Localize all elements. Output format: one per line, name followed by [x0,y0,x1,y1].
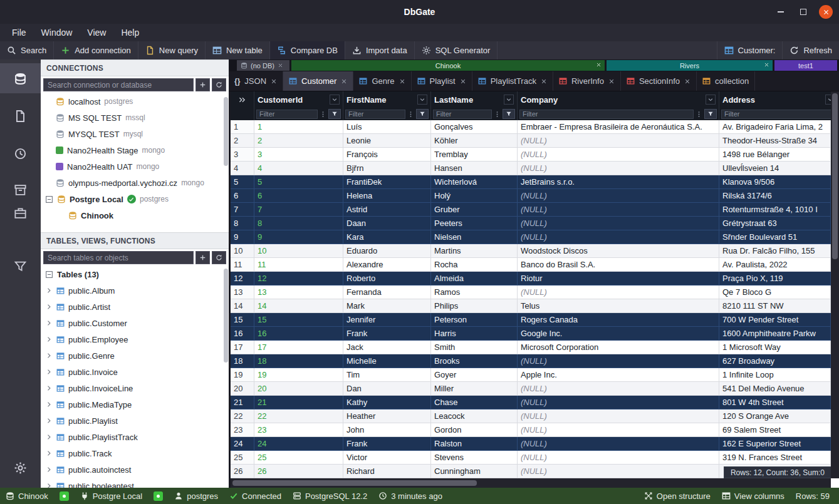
grid-cell[interactable]: 1 Infinite Loop [719,368,831,382]
column-header-firstname[interactable]: FirstName [343,91,431,108]
tab-sectioninfo[interactable]: SectionInfo [621,71,697,91]
maximize-button[interactable] [796,5,810,19]
grid-cell[interactable]: 8210 111 ST NW [719,299,831,313]
connection-nano2health-uat[interactable]: Nano2Health UATmongo [41,158,229,175]
column-menu-button[interactable] [417,95,427,105]
grid-cell[interactable]: (NULL) [518,409,719,423]
grid-cell[interactable]: Rua Dr. Falcão Filho, 155 [719,244,831,258]
toolbar-refresh-button[interactable]: Refresh [782,41,839,59]
connection-ms-sql-test[interactable]: MS SQL TESTmssql [41,110,229,126]
rail-item-applications[interactable] [0,198,41,228]
expand-chevron-icon[interactable] [45,352,53,359]
grid-cell[interactable]: (NULL) [518,285,719,299]
grid-cell[interactable]: (NULL) [518,203,719,217]
column-menu-button[interactable] [330,95,340,105]
filter-menu-icon[interactable] [696,111,702,118]
column-menu-button[interactable] [706,95,716,105]
toolbar-add-connection-button[interactable]: Add connection [54,41,138,59]
row-number-cell[interactable]: 14 [231,299,254,313]
grid-cell[interactable]: 3 [254,148,343,162]
tab-group-close-icon[interactable] [278,63,283,68]
tab-riverinfo[interactable]: RiverInfo [553,71,621,91]
grid-cell[interactable]: 24 [254,437,343,451]
grid-cell[interactable]: Harris [431,327,518,341]
grid-cell[interactable]: 11 [254,258,343,272]
row-number-cell[interactable]: 4 [231,162,254,175]
expand-chevron-icon[interactable] [45,319,53,327]
tab-playlisttrack[interactable]: PlaylistTrack [472,71,553,91]
filter-input-customerid[interactable] [256,110,318,119]
filter-input-firstname[interactable] [345,110,405,119]
table-public-album[interactable]: public.Album [41,282,229,299]
grid-cell[interactable]: Goyer [431,368,518,382]
column-header-address[interactable]: Address [719,91,839,108]
grid-cell[interactable]: 700 W Pender Street [719,313,831,327]
scrollbar-thumb[interactable] [832,93,838,259]
connection-chinook[interactable]: Chinook [41,207,229,224]
row-number-cell[interactable]: 8 [231,217,254,230]
grid-cell[interactable]: (NULL) [518,451,719,465]
expand-chevron-icon[interactable] [45,336,53,343]
grid-cell[interactable]: (NULL) [518,230,719,244]
row-number-cell[interactable]: 2 [231,134,254,148]
row-number-cell[interactable]: 5 [231,175,254,189]
grid-cell[interactable]: Frank [343,437,431,451]
grid-vertical-scrollbar[interactable] [831,91,839,478]
grid-cell[interactable]: 801 W 4th Street [719,396,831,409]
row-number-cell[interactable]: 12 [231,272,254,285]
column-header-customerid[interactable]: CustomerId [254,91,343,108]
grid-cell[interactable]: Banco do Brasil S.A. [518,258,719,272]
grid-cell[interactable]: Heather [343,409,431,423]
tables-scrollbar[interactable] [224,269,228,363]
grid-cell[interactable]: Martins [431,244,518,258]
grid-cell[interactable]: Tim [343,368,431,382]
tab-group-no-db[interactable]: (no DB) [237,60,289,71]
expand-chevron-icon[interactable] [45,368,53,376]
close-button[interactable] [819,5,833,19]
grid-cell[interactable]: Gruber [431,203,518,217]
row-number-cell[interactable]: 21 [231,396,254,409]
connections-search-input[interactable] [43,78,194,91]
grid-cell[interactable]: John [343,423,431,437]
grid-cell[interactable]: Mark [343,299,431,313]
minimize-button[interactable] [774,5,788,19]
collapse-expander-icon[interactable] [45,270,53,279]
grid-cell[interactable]: Jack [343,341,431,354]
toolbar-import-data-button[interactable]: Import data [345,41,415,59]
grid-horizontal-scrollbar[interactable] [231,478,831,488]
row-number-cell[interactable]: 3 [231,148,254,162]
table-public-booleantest[interactable]: public.booleantest [41,478,229,488]
grid-cell[interactable]: Philips [431,299,518,313]
grid-cell[interactable]: Theodor-Heuss-Straße 34 [719,134,831,148]
grid-cell[interactable]: Smith [431,341,518,354]
connection-mysql-test[interactable]: MYSQL TESTmysql [41,126,229,142]
tables-refresh-button[interactable] [212,251,226,264]
tab-genre[interactable]: Genre [353,71,411,91]
tab-close-icon[interactable] [541,78,547,85]
grid-cell[interactable]: Rocha [431,258,518,272]
grid-cell[interactable]: Qe 7 Bloco G [719,285,831,299]
grid-cell[interactable]: Dan [343,382,431,396]
expand-chevron-icon[interactable] [45,303,53,311]
expand-chevron-icon[interactable] [45,466,53,473]
grid-cell[interactable]: 15 [254,313,343,327]
grid-cell[interactable]: Frank [343,327,431,341]
grid-cell[interactable]: (NULL) [518,134,719,148]
menu-file[interactable]: File [5,26,33,39]
rail-item-files[interactable] [0,101,41,131]
grid-cell[interactable]: Embraer - Empresa Brasileira de Aeronáut… [518,120,719,134]
table-public-invoiceline[interactable]: public.InvoiceLine [41,380,229,396]
connection-localhost[interactable]: localhostpostgres [41,93,229,110]
grid-cell[interactable]: Telus [518,299,719,313]
grid-cell[interactable]: Jennifer [343,313,431,327]
row-number-cell[interactable]: 11 [231,258,254,272]
grid-cell[interactable]: Astrid [343,203,431,217]
filter-funnel-button[interactable] [328,109,341,119]
tab-close-icon[interactable] [271,78,277,85]
rail-item-connections[interactable] [0,63,41,93]
grid-cell[interactable]: Rogers Canada [518,313,719,327]
grid-cell[interactable]: Peeters [431,217,518,230]
grid-cell[interactable]: Woodstock Discos [518,244,719,258]
grid-cell[interactable]: Peterson [431,313,518,327]
connection-nano2health-stage[interactable]: Nano2Health Stagemongo [41,142,229,158]
